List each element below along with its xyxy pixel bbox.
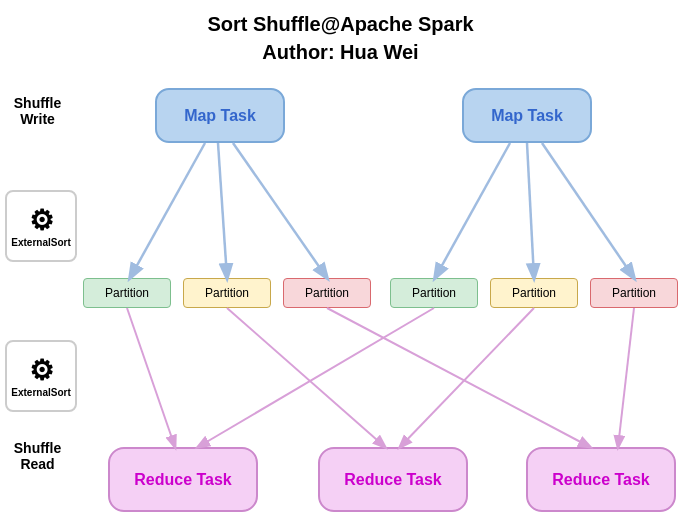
reduce-task-2-label: Reduce Task — [344, 471, 442, 489]
partition-6: Partition — [590, 278, 678, 308]
page-title: Sort Shuffle@Apache Spark Author: Hua We… — [0, 0, 681, 66]
svg-line-2 — [233, 143, 327, 278]
partition-3: Partition — [283, 278, 371, 308]
svg-line-7 — [227, 308, 385, 447]
gear-icon-2: ⚙ — [29, 354, 54, 387]
partition-2-label: Partition — [205, 286, 249, 300]
partition-5-label: Partition — [512, 286, 556, 300]
external-sort-box-2: ⚙ ExternalSort — [5, 340, 77, 412]
reduce-task-3-label: Reduce Task — [552, 471, 650, 489]
shuffle-write-label: ShuffleWrite — [5, 95, 70, 127]
reduce-task-3: Reduce Task — [526, 447, 676, 512]
title-line2: Author: Hua Wei — [0, 38, 681, 66]
svg-line-6 — [127, 308, 175, 447]
partition-1-label: Partition — [105, 286, 149, 300]
svg-line-9 — [198, 308, 434, 447]
svg-line-1 — [218, 143, 227, 278]
map-task-1-label: Map Task — [184, 107, 256, 125]
arrows-svg — [0, 0, 681, 521]
external-sort-label-1: ExternalSort — [11, 237, 70, 248]
partition-1: Partition — [83, 278, 171, 308]
external-sort-label-2: ExternalSort — [11, 387, 70, 398]
partition-3-label: Partition — [305, 286, 349, 300]
svg-line-3 — [435, 143, 510, 278]
page: Sort Shuffle@Apache Spark Author: Hua We… — [0, 0, 681, 521]
gear-icon-1: ⚙ — [29, 204, 54, 237]
partition-4-label: Partition — [412, 286, 456, 300]
partition-2: Partition — [183, 278, 271, 308]
reduce-task-1: Reduce Task — [108, 447, 258, 512]
svg-line-4 — [527, 143, 534, 278]
partition-4: Partition — [390, 278, 478, 308]
partition-5: Partition — [490, 278, 578, 308]
svg-line-5 — [542, 143, 634, 278]
external-sort-box-1: ⚙ ExternalSort — [5, 190, 77, 262]
shuffle-read-label: ShuffleRead — [5, 440, 70, 472]
reduce-task-2: Reduce Task — [318, 447, 468, 512]
reduce-task-1-label: Reduce Task — [134, 471, 232, 489]
map-task-2: Map Task — [462, 88, 592, 143]
title-line1: Sort Shuffle@Apache Spark — [0, 10, 681, 38]
map-task-2-label: Map Task — [491, 107, 563, 125]
svg-line-8 — [327, 308, 590, 447]
map-task-1: Map Task — [155, 88, 285, 143]
partition-6-label: Partition — [612, 286, 656, 300]
svg-line-11 — [618, 308, 634, 447]
svg-line-0 — [130, 143, 205, 278]
svg-line-10 — [400, 308, 534, 447]
